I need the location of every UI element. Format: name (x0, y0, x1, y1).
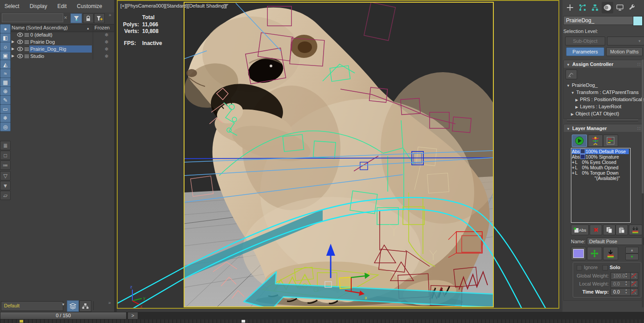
menu-edit[interactable]: Edit (53, 0, 71, 12)
object-color-swatch[interactable] (633, 16, 643, 26)
sub-object-dropdown[interactable]: ▼ (607, 37, 644, 45)
rollout-resize-grip[interactable] (567, 119, 638, 122)
solo-checkbox[interactable] (603, 265, 608, 270)
keyframe-marker[interactable] (20, 320, 23, 323)
column-frozen[interactable]: Frozen (94, 25, 110, 31)
time-slider-handle[interactable]: 0 / 150 (0, 312, 127, 319)
layer-name-field[interactable] (587, 237, 644, 245)
track-bar[interactable] (0, 319, 644, 323)
tab-hierarchy[interactable] (589, 2, 601, 13)
layer-manager-rollout-header[interactable]: ▼Layer Manager ∷ (563, 124, 643, 133)
filter-shapes-button[interactable]: ◧ (0, 33, 11, 42)
time-warp-key-button[interactable] (630, 288, 638, 296)
rollout-grip-icon[interactable]: ∷ (637, 60, 640, 68)
layer-row[interactable]: +L0% Eyes Closed (572, 159, 629, 165)
preset-dropdown[interactable]: Default (1, 301, 63, 311)
eye-icon[interactable] (17, 33, 23, 37)
add-layer-abs-button[interactable]: Abs (571, 225, 589, 235)
setup-mode-button[interactable] (572, 135, 587, 147)
expand-arrow-icon[interactable]: ▶ (11, 53, 15, 60)
filter-groups-button[interactable]: ▦ (0, 78, 11, 87)
column-name[interactable]: Name (Sorted Ascending) (12, 25, 68, 31)
filter-helpers-button[interactable]: ◭ (0, 60, 11, 69)
controller-tree-item[interactable]: ▼Transform : CATParentTrans (571, 89, 639, 96)
layer-row-selected[interactable]: Abs100% Default Pose (572, 149, 629, 154)
display-list-button[interactable]: ≣ (0, 141, 11, 150)
frozen-icon[interactable]: ❄ (99, 31, 114, 38)
filter-cameras-button[interactable]: ▣ (0, 51, 11, 60)
filter-simple-button[interactable]: ▽ (0, 171, 11, 180)
viewport-shading-menu[interactable]: [Default Shading] (188, 3, 225, 8)
layer-row[interactable]: Abs100% Signature (572, 154, 629, 159)
filter-xrefs-button[interactable]: ⊕ (0, 86, 11, 96)
explorer-overflow-chevrons[interactable]: » (109, 12, 111, 17)
tab-display[interactable] (614, 2, 626, 13)
menu-select[interactable]: Select (0, 0, 24, 12)
sub-object-button[interactable]: Sub-Object (565, 37, 605, 45)
gizmo-plane-handle[interactable] (339, 277, 352, 289)
display-none-button[interactable]: □ (0, 151, 11, 160)
viewport[interactable]: y x z y x [+][PhysCamera000][Standard][D… (117, 0, 559, 309)
lock-selection-button[interactable] (83, 13, 94, 23)
layer-explorer-mode-button[interactable] (67, 300, 79, 312)
table-row[interactable]: ▶ Prairie Dog ❄ (10, 38, 114, 45)
move-layer-button[interactable] (587, 247, 602, 260)
eye-icon[interactable] (17, 47, 23, 51)
copy-layer-button[interactable] (603, 225, 615, 235)
scrollbar-thumb[interactable] (642, 60, 644, 193)
layer-row[interactable]: +L0% Mouth Opned (572, 165, 629, 170)
local-weight-key-button[interactable] (630, 280, 638, 288)
table-row[interactable]: ▶ Studio ❄ (10, 53, 114, 60)
controller-tree-item[interactable]: ▼PrairieDog_ (566, 82, 598, 89)
bottom-overflow-chevrons[interactable]: » (108, 300, 111, 305)
filter-frozen-button[interactable]: ❄ (0, 113, 11, 123)
filter-basket-button[interactable]: ▱ (0, 191, 11, 200)
panel-scrollbar[interactable] (642, 60, 644, 307)
tab-modify[interactable] (577, 2, 588, 13)
filter-containers-button[interactable]: ▭ (0, 104, 11, 114)
filter-funnel-button[interactable] (70, 13, 82, 23)
time-slider-track[interactable]: 0 / 150 > (0, 312, 644, 319)
search-input[interactable] (2, 13, 63, 22)
insert-layer-button[interactable] (603, 247, 618, 260)
table-row-selected[interactable]: ▶ Prairie_Dog_Rig ❄ (10, 45, 114, 53)
frozen-icon[interactable]: ❄ (99, 45, 114, 53)
collapse-layers-button[interactable] (629, 225, 642, 235)
paste-layer-button[interactable] (615, 225, 628, 235)
tab-utilities[interactable] (627, 2, 638, 13)
layer-list[interactable]: Abs100% Default Pose Abs100% Signature +… (571, 148, 631, 223)
global-weight-key-button[interactable] (630, 272, 638, 280)
controller-tree-item[interactable]: ▶Layers : LayerRoot (575, 103, 621, 110)
spinner-arrows[interactable]: ▴▾ (624, 288, 628, 295)
schematic-mode-button[interactable] (79, 300, 91, 312)
eye-icon[interactable] (17, 40, 23, 44)
layer-row[interactable]: "(Available)" (595, 176, 644, 181)
viewport-general-menu[interactable]: [+] (120, 3, 126, 8)
controller-tree-item[interactable]: ▶PRS : Position/Rotation/Scale (575, 96, 644, 103)
search-clear-icon[interactable]: × (62, 14, 69, 22)
preset-dropdown-arrow-icon[interactable]: ▼ (62, 303, 65, 307)
ignore-checkbox[interactable] (577, 265, 582, 270)
display-details-button[interactable]: ≔ (0, 160, 11, 170)
viewport-pov-menu[interactable]: [PhysCamera000] (126, 3, 165, 8)
filter-geometry-button[interactable]: ● (0, 24, 11, 33)
filter-lights-button[interactable]: ☼ (0, 42, 11, 51)
filter-spacewarps-button[interactable]: ≈ (0, 69, 11, 78)
assign-controller-button[interactable] (566, 70, 577, 79)
filter-bones-button[interactable]: ✎ (0, 95, 11, 105)
menu-customize[interactable]: Customize (73, 0, 107, 12)
layer-ranges-button[interactable] (603, 135, 618, 147)
layer-up-button[interactable]: ▲ (625, 247, 639, 253)
frozen-icon[interactable]: ❄ (99, 53, 114, 60)
controller-tree-item[interactable]: ▶Object (CAT Object) (571, 110, 619, 117)
spinner-arrows[interactable]: ▴▾ (624, 280, 628, 287)
expand-arrow-icon[interactable]: ▶ (11, 45, 15, 53)
next-frame-button[interactable]: > (127, 312, 138, 319)
layer-color-chip[interactable] (580, 154, 585, 159)
keyframe-marker[interactable] (242, 320, 245, 323)
eye-icon[interactable] (17, 54, 23, 58)
layer-row[interactable]: +L0% Tongue Down (572, 170, 629, 176)
layer-color-chip[interactable] (580, 149, 585, 154)
expand-arrow-icon[interactable]: ▶ (11, 38, 15, 45)
object-name-field[interactable] (563, 16, 634, 25)
